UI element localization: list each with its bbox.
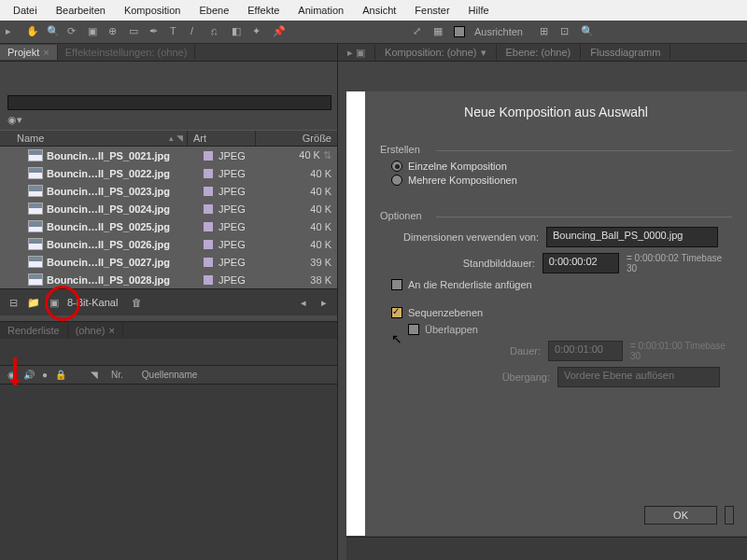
file-size: 38 K <box>265 274 337 286</box>
search-icon[interactable]: 🔍 <box>581 25 594 38</box>
brush-tool-icon[interactable]: / <box>190 25 204 38</box>
camera-tool-icon[interactable]: ▣ <box>88 25 101 38</box>
dimensions-dropdown[interactable]: Bouncing_Ball_PS_0000.jpg <box>546 227 718 247</box>
interpret-footage-icon[interactable]: ⊟ <box>6 295 21 310</box>
label-icon: ◥ <box>176 133 183 143</box>
project-search-input[interactable] <box>7 95 331 110</box>
label-swatch[interactable] <box>204 275 213 285</box>
sort-icon[interactable]: ▴ <box>169 133 174 143</box>
file-row[interactable]: Bouncin…ll_PS_0023.jpgJPEG40 K <box>0 182 337 200</box>
text-tool-icon[interactable]: T <box>170 25 183 38</box>
comp-prefix-icon[interactable]: ▸ ▣ <box>338 45 375 61</box>
file-type: JPEG <box>218 203 246 215</box>
sequence-layers-checkbox[interactable] <box>391 307 402 318</box>
project-panel: ◉▾ Name ▴◥ Art Größe Bouncin…ll_PS_0021.… <box>0 62 337 315</box>
trash-icon[interactable]: 🗑 <box>129 295 144 310</box>
duration-hint: = 0:00:01:00 Timebase 30 <box>630 341 732 361</box>
file-row[interactable]: Bouncin…ll_PS_0022.jpgJPEG40 K <box>0 164 337 182</box>
file-size: 40 K ⇅ <box>265 149 337 161</box>
add-to-renderlist-checkbox[interactable] <box>391 279 402 290</box>
label-column-icon[interactable]: ◥ <box>91 370 98 380</box>
new-comp-dialog: Neue Komposition aus Auswahl Erstellen E… <box>346 91 747 536</box>
stamp-tool-icon[interactable]: ⎌ <box>211 25 224 38</box>
sequence-layers-label: Sequenzebenen <box>408 307 483 318</box>
column-name-header[interactable]: Name ▴◥ <box>0 131 188 146</box>
scroll-left-icon[interactable]: ◂ <box>296 295 311 310</box>
bit-depth-label[interactable]: 8-Bit-Kanal <box>67 297 118 308</box>
label-swatch[interactable] <box>204 169 213 178</box>
label-swatch[interactable] <box>204 204 213 214</box>
selection-tool-icon[interactable]: ▸ <box>6 25 19 38</box>
puppet-tool-icon[interactable]: 📌 <box>273 25 286 38</box>
label-swatch[interactable] <box>204 240 213 249</box>
file-row[interactable]: Bouncin…ll_PS_0026.jpgJPEG40 K <box>0 235 337 253</box>
layer-tab[interactable]: Ebene: (ohne) <box>497 45 582 60</box>
bottom-strip <box>346 537 747 560</box>
zoom-tool-icon[interactable]: 🔍 <box>47 25 60 38</box>
nr-column-header[interactable]: Nr. <box>106 370 129 380</box>
menu-datei[interactable]: Datei <box>4 2 47 19</box>
rotate-tool-icon[interactable]: ⟳ <box>67 25 80 38</box>
scroll-right-icon[interactable]: ▸ <box>317 295 331 310</box>
menu-komposition[interactable]: Komposition <box>115 2 190 19</box>
radio-multiple-comp[interactable]: Mehrere Kompositionen <box>391 175 732 186</box>
lock-column-icon[interactable]: 🔒 <box>55 370 66 380</box>
menu-ebene[interactable]: Ebene <box>190 2 238 19</box>
file-row[interactable]: Bouncin…ll_PS_0024.jpgJPEG40 K <box>0 200 337 217</box>
quellenname-column-header[interactable]: Quellenname <box>136 370 203 380</box>
file-row[interactable]: Bouncin…ll_PS_0021.jpgJPEG40 K ⇅ <box>0 147 337 164</box>
file-row[interactable]: Bouncin…ll_PS_0027.jpgJPEG39 K <box>0 253 337 271</box>
still-duration-input[interactable]: 0:00:00:02 <box>543 253 619 273</box>
composition-tab[interactable]: Komposition: (ohne) ▾ <box>375 45 496 61</box>
label-swatch[interactable] <box>204 222 213 231</box>
snap-icon[interactable]: ⤢ <box>413 25 426 38</box>
renderlist-tab[interactable]: Renderliste <box>0 323 68 338</box>
ok-button[interactable]: OK <box>644 506 717 525</box>
file-size: 40 K <box>265 168 337 179</box>
duration-label: Dauer: <box>391 345 548 357</box>
file-type: JPEG <box>218 168 246 179</box>
align-icon[interactable]: ⊞ <box>540 25 553 38</box>
pen-tool-icon[interactable]: ✒ <box>149 25 162 38</box>
next-button[interactable] <box>725 506 734 525</box>
shape-tool-icon[interactable]: ▭ <box>129 25 142 38</box>
file-thumb-icon <box>28 238 43 250</box>
ausrichten-checkbox[interactable]: Ausrichten <box>454 26 523 37</box>
menu-animation[interactable]: Animation <box>289 2 353 19</box>
new-folder-icon[interactable]: 📁 <box>26 295 41 310</box>
overlap-checkbox[interactable] <box>408 324 419 335</box>
audio-column-icon[interactable]: 🔊 <box>23 370 35 380</box>
grid-icon[interactable]: ▦ <box>433 25 446 38</box>
eraser-tool-icon[interactable]: ◧ <box>232 25 245 38</box>
timeline-none-tab[interactable]: (ohne)× <box>68 323 123 338</box>
duration-input: 0:00:01:00 <box>548 341 623 361</box>
label-swatch[interactable] <box>204 151 213 161</box>
new-comp-icon[interactable]: ▣ <box>47 295 62 310</box>
menu-bar: Datei Bearbeiten Komposition Ebene Effek… <box>0 0 747 21</box>
label-swatch[interactable] <box>204 258 213 267</box>
still-duration-hint: = 0:00:00:02 Timebase 30 <box>627 253 732 273</box>
filter-dropdown-icon[interactable]: ◉▾ <box>7 114 22 126</box>
transition-dropdown: Vordere Ebene auflösen <box>557 367 720 387</box>
file-name: Bouncin…ll_PS_0023.jpg <box>47 186 170 197</box>
roto-tool-icon[interactable]: ✦ <box>252 25 265 38</box>
file-row[interactable]: Bouncin…ll_PS_0025.jpgJPEG40 K <box>0 217 337 235</box>
project-tab[interactable]: Projekt× <box>0 45 58 60</box>
column-size-header[interactable]: Größe <box>256 131 337 146</box>
menu-bearbeiten[interactable]: Bearbeiten <box>47 2 115 19</box>
label-swatch[interactable] <box>204 187 213 196</box>
effect-settings-tab[interactable]: Effekteinstellungen: (ohne) <box>58 45 196 60</box>
distribute-icon[interactable]: ⊡ <box>560 25 573 38</box>
solo-column-icon[interactable]: ● <box>42 370 48 380</box>
file-name: Bouncin…ll_PS_0027.jpg <box>47 257 170 268</box>
menu-ansicht[interactable]: Ansicht <box>353 2 405 19</box>
menu-effekte[interactable]: Effekte <box>238 2 289 19</box>
column-art-header[interactable]: Art <box>188 131 256 146</box>
flowchart-tab[interactable]: Flussdiagramm <box>581 45 670 60</box>
hand-tool-icon[interactable]: ✋ <box>26 25 39 38</box>
anchor-tool-icon[interactable]: ⊕ <box>108 25 121 38</box>
file-row[interactable]: Bouncin…ll_PS_0028.jpgJPEG38 K <box>0 271 337 288</box>
menu-fenster[interactable]: Fenster <box>405 2 458 19</box>
radio-single-comp[interactable]: Einzelne Komposition <box>391 161 732 172</box>
menu-hilfe[interactable]: Hilfe <box>459 2 499 19</box>
